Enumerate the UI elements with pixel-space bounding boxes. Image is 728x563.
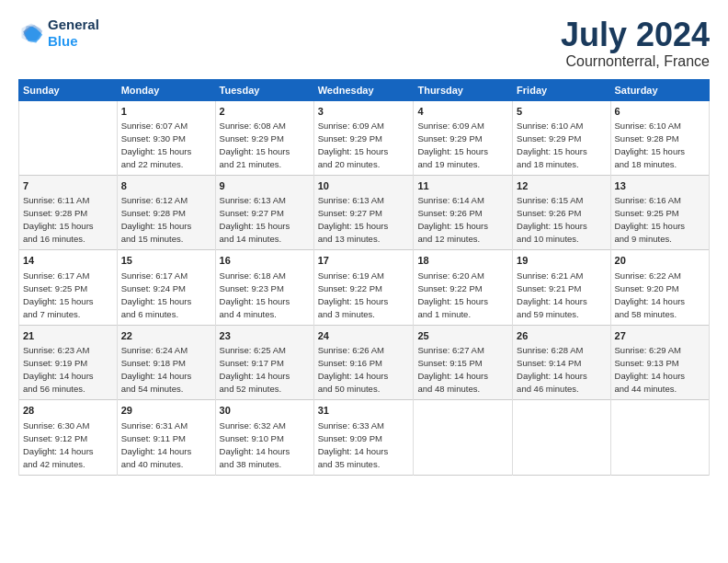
calendar-cell: [19, 100, 118, 175]
cell-info: Sunrise: 6:26 AM Sunset: 9:16 PM Dayligh…: [318, 345, 389, 394]
cell-info: Sunrise: 6:24 AM Sunset: 9:18 PM Dayligh…: [121, 345, 192, 394]
cell-info: Sunrise: 6:15 AM Sunset: 9:26 PM Dayligh…: [517, 195, 587, 244]
calendar-cell: 21Sunrise: 6:23 AM Sunset: 9:19 PM Dayli…: [19, 325, 118, 399]
logo-text: General Blue: [48, 17, 99, 50]
calendar-cell: [513, 400, 610, 475]
date-number: 24: [318, 329, 410, 343]
calendar-cell: 28Sunrise: 6:30 AM Sunset: 9:12 PM Dayli…: [19, 400, 118, 475]
day-header-sunday: Sunday: [19, 79, 118, 100]
date-number: 19: [517, 254, 606, 268]
cell-info: Sunrise: 6:17 AM Sunset: 9:24 PM Dayligh…: [121, 270, 192, 319]
date-number: 12: [517, 179, 606, 193]
date-number: 29: [121, 404, 211, 418]
day-header-wednesday: Wednesday: [313, 79, 414, 100]
cell-info: Sunrise: 6:20 AM Sunset: 9:22 PM Dayligh…: [417, 270, 488, 319]
date-number: 11: [417, 179, 508, 193]
date-number: 26: [517, 329, 606, 343]
cell-info: Sunrise: 6:17 AM Sunset: 9:25 PM Dayligh…: [23, 270, 94, 319]
week-row-5: 28Sunrise: 6:30 AM Sunset: 9:12 PM Dayli…: [19, 400, 710, 475]
date-number: 18: [417, 254, 508, 268]
cell-info: Sunrise: 6:21 AM Sunset: 9:21 PM Dayligh…: [517, 270, 587, 319]
cell-info: Sunrise: 6:12 AM Sunset: 9:28 PM Dayligh…: [121, 195, 192, 244]
calendar-cell: 19Sunrise: 6:21 AM Sunset: 9:21 PM Dayli…: [513, 250, 610, 325]
cell-info: Sunrise: 6:29 AM Sunset: 9:13 PM Dayligh…: [615, 345, 686, 394]
subtitle: Cournonterral, France: [561, 53, 710, 70]
day-header-tuesday: Tuesday: [215, 79, 313, 100]
cell-info: Sunrise: 6:30 AM Sunset: 9:12 PM Dayligh…: [23, 420, 94, 469]
cell-info: Sunrise: 6:22 AM Sunset: 9:20 PM Dayligh…: [615, 270, 686, 319]
date-number: 28: [23, 404, 113, 418]
date-number: 25: [417, 329, 508, 343]
date-number: 2: [220, 105, 310, 119]
calendar-cell: 16Sunrise: 6:18 AM Sunset: 9:23 PM Dayli…: [215, 250, 313, 325]
week-row-3: 14Sunrise: 6:17 AM Sunset: 9:25 PM Dayli…: [19, 250, 710, 325]
date-number: 5: [517, 105, 606, 119]
day-header-saturday: Saturday: [610, 79, 709, 100]
date-number: 1: [121, 105, 211, 119]
calendar-cell: 6Sunrise: 6:10 AM Sunset: 9:28 PM Daylig…: [610, 100, 709, 175]
calendar-cell: 1Sunrise: 6:07 AM Sunset: 9:30 PM Daylig…: [117, 100, 215, 175]
cell-info: Sunrise: 6:14 AM Sunset: 9:26 PM Dayligh…: [417, 195, 488, 244]
day-header-friday: Friday: [513, 79, 610, 100]
calendar-cell: 8Sunrise: 6:12 AM Sunset: 9:28 PM Daylig…: [117, 175, 215, 249]
cell-info: Sunrise: 6:16 AM Sunset: 9:25 PM Dayligh…: [615, 195, 686, 244]
date-number: 7: [23, 179, 113, 193]
calendar-cell: 18Sunrise: 6:20 AM Sunset: 9:22 PM Dayli…: [414, 250, 513, 325]
header: General Blue July 2024 Cournonterral, Fr…: [18, 17, 710, 70]
week-row-4: 21Sunrise: 6:23 AM Sunset: 9:19 PM Dayli…: [19, 325, 710, 399]
calendar-cell: 10Sunrise: 6:13 AM Sunset: 9:27 PM Dayli…: [313, 175, 414, 249]
cell-info: Sunrise: 6:28 AM Sunset: 9:14 PM Dayligh…: [517, 345, 587, 394]
date-number: 3: [318, 105, 410, 119]
calendar-cell: 5Sunrise: 6:10 AM Sunset: 9:29 PM Daylig…: [513, 100, 610, 175]
date-number: 13: [615, 179, 705, 193]
calendar-cell: 30Sunrise: 6:32 AM Sunset: 9:10 PM Dayli…: [215, 400, 313, 475]
calendar-cell: 17Sunrise: 6:19 AM Sunset: 9:22 PM Dayli…: [313, 250, 414, 325]
date-number: 4: [417, 105, 508, 119]
main-title: July 2024: [561, 17, 710, 53]
logo: General Blue: [18, 17, 99, 50]
cell-info: Sunrise: 6:23 AM Sunset: 9:19 PM Dayligh…: [23, 345, 94, 394]
calendar-cell: 26Sunrise: 6:28 AM Sunset: 9:14 PM Dayli…: [513, 325, 610, 399]
calendar-cell: 13Sunrise: 6:16 AM Sunset: 9:25 PM Dayli…: [610, 175, 709, 249]
calendar-body: 1Sunrise: 6:07 AM Sunset: 9:30 PM Daylig…: [19, 100, 710, 475]
date-number: 31: [318, 404, 410, 418]
calendar-cell: 12Sunrise: 6:15 AM Sunset: 9:26 PM Dayli…: [513, 175, 610, 249]
cell-info: Sunrise: 6:19 AM Sunset: 9:22 PM Dayligh…: [318, 270, 389, 319]
calendar-cell: 11Sunrise: 6:14 AM Sunset: 9:26 PM Dayli…: [414, 175, 513, 249]
cell-info: Sunrise: 6:10 AM Sunset: 9:29 PM Dayligh…: [517, 121, 587, 169]
cell-info: Sunrise: 6:13 AM Sunset: 9:27 PM Dayligh…: [220, 195, 290, 244]
date-number: 17: [318, 254, 410, 268]
calendar-cell: 22Sunrise: 6:24 AM Sunset: 9:18 PM Dayli…: [117, 325, 215, 399]
date-number: 22: [121, 329, 211, 343]
date-number: 8: [121, 179, 211, 193]
date-number: 15: [121, 254, 211, 268]
cell-info: Sunrise: 6:07 AM Sunset: 9:30 PM Dayligh…: [121, 121, 192, 169]
calendar-cell: 4Sunrise: 6:09 AM Sunset: 9:29 PM Daylig…: [414, 100, 513, 175]
week-row-1: 1Sunrise: 6:07 AM Sunset: 9:30 PM Daylig…: [19, 100, 710, 175]
day-header-monday: Monday: [117, 79, 215, 100]
calendar-cell: 25Sunrise: 6:27 AM Sunset: 9:15 PM Dayli…: [414, 325, 513, 399]
calendar-cell: 3Sunrise: 6:09 AM Sunset: 9:29 PM Daylig…: [313, 100, 414, 175]
date-number: 14: [23, 254, 113, 268]
calendar-cell: 7Sunrise: 6:11 AM Sunset: 9:28 PM Daylig…: [19, 175, 118, 249]
date-number: 20: [615, 254, 705, 268]
cell-info: Sunrise: 6:33 AM Sunset: 9:09 PM Dayligh…: [318, 420, 389, 469]
date-number: 27: [615, 329, 705, 343]
calendar-cell: 27Sunrise: 6:29 AM Sunset: 9:13 PM Dayli…: [610, 325, 709, 399]
date-number: 16: [220, 254, 310, 268]
date-number: 21: [23, 329, 113, 343]
calendar-cell: 24Sunrise: 6:26 AM Sunset: 9:16 PM Dayli…: [313, 325, 414, 399]
calendar-cell: 9Sunrise: 6:13 AM Sunset: 9:27 PM Daylig…: [215, 175, 313, 249]
logo-icon: [18, 20, 44, 46]
date-number: 9: [220, 179, 310, 193]
calendar-cell: 29Sunrise: 6:31 AM Sunset: 9:11 PM Dayli…: [117, 400, 215, 475]
cell-info: Sunrise: 6:31 AM Sunset: 9:11 PM Dayligh…: [121, 420, 192, 469]
cell-info: Sunrise: 6:25 AM Sunset: 9:17 PM Dayligh…: [220, 345, 290, 394]
calendar-cell: 31Sunrise: 6:33 AM Sunset: 9:09 PM Dayli…: [313, 400, 414, 475]
title-block: July 2024 Cournonterral, France: [561, 17, 710, 70]
calendar-cell: [610, 400, 709, 475]
cell-info: Sunrise: 6:27 AM Sunset: 9:15 PM Dayligh…: [417, 345, 488, 394]
cell-info: Sunrise: 6:13 AM Sunset: 9:27 PM Dayligh…: [318, 195, 389, 244]
calendar-cell: 20Sunrise: 6:22 AM Sunset: 9:20 PM Dayli…: [610, 250, 709, 325]
calendar-cell: 2Sunrise: 6:08 AM Sunset: 9:29 PM Daylig…: [215, 100, 313, 175]
